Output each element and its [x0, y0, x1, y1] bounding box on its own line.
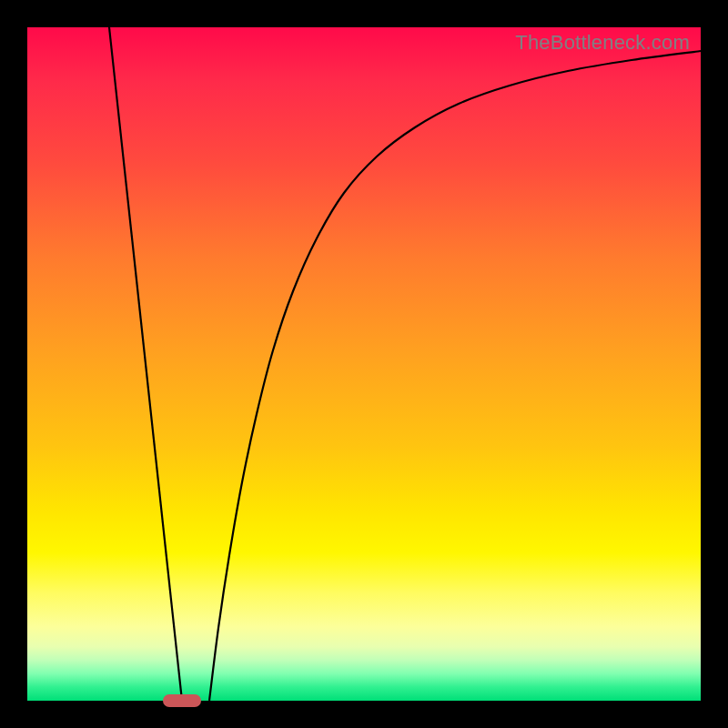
chart-frame: TheBottleneck.com [0, 0, 728, 728]
curve-layer [27, 27, 701, 701]
bottleneck-marker [163, 694, 201, 707]
plot-area: TheBottleneck.com [27, 27, 701, 701]
left-line [109, 27, 182, 701]
right-curve [209, 51, 701, 701]
